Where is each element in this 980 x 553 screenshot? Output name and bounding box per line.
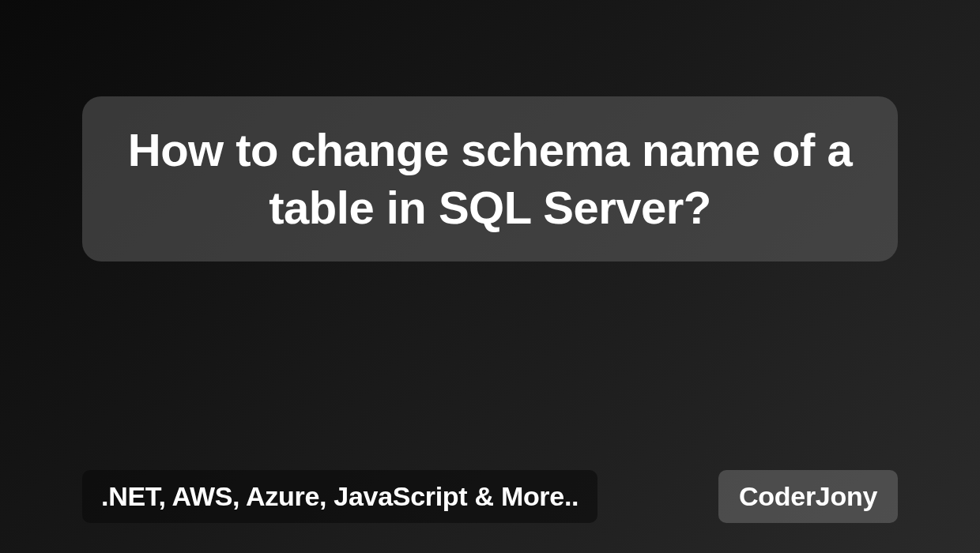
title-card: How to change schema name of a table in …: [82, 96, 898, 261]
brand-pill: CoderJony: [718, 470, 898, 523]
tagline-pill: .NET, AWS, Azure, JavaScript & More..: [82, 470, 597, 523]
article-title: How to change schema name of a table in …: [114, 122, 866, 236]
tagline-text: .NET, AWS, Azure, JavaScript & More..: [101, 481, 579, 512]
brand-text: CoderJony: [739, 481, 877, 512]
